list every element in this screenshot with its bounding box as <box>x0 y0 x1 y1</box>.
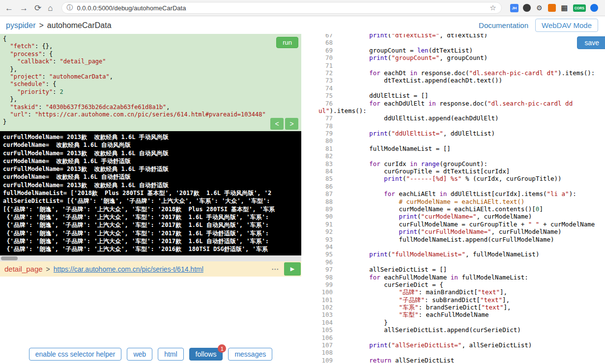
code-line[interactable]: 105 allSerieDictList.append(curSerieDict… <box>301 326 605 334</box>
code-text[interactable]: } <box>340 319 388 326</box>
code-text[interactable]: print("groupCount=", groupCount) <box>340 54 488 61</box>
code-line[interactable]: 82 <box>301 152 605 160</box>
code-line[interactable]: 81 fullModelNameList = [] <box>301 145 605 152</box>
url-text[interactable]: 0.0.0.0:5000/debug/autohomeCarData <box>77 4 486 12</box>
code-line[interactable]: 101 "子品牌": subBrandDict["text"], <box>301 296 605 304</box>
code-line[interactable]: 87 for eachLiAElt in ddUlEltList[curIdx]… <box>301 190 605 197</box>
code-line[interactable]: 75 ddUlEltList = [] <box>301 92 605 99</box>
task-json-line[interactable]: }, <box>3 66 298 73</box>
extension-jh-icon[interactable]: JH <box>510 4 519 12</box>
code-line[interactable]: 67 print("dtTextList=", dtTextList) <box>301 34 605 39</box>
code-text[interactable]: for eachLiAElt in ddUlEltList[curIdx].it… <box>340 190 576 197</box>
code-line[interactable]: 79 print("ddUlEltList=", ddUlEltList) <box>301 130 605 137</box>
code-line[interactable]: 69 groupCount = len(dtTextList) <box>301 47 605 54</box>
code-line[interactable]: 96 <box>301 258 605 266</box>
code-line[interactable]: 68 <box>301 39 605 46</box>
task-editor[interactable]: { "fetch": {}, "process": { "callback": … <box>0 34 301 131</box>
console-horizontal-scrollbar[interactable] <box>0 255 301 261</box>
code-line[interactable]: 88 # curModelName = eachLiAElt.text() <box>301 198 605 205</box>
code-text[interactable]: curFullModelName = curGroupTitle + " " +… <box>340 221 595 228</box>
code-line[interactable]: 108 <box>301 349 605 356</box>
css-selector-helper-button[interactable]: enable css selector helper <box>29 348 122 361</box>
code-text[interactable]: print("dtTextList=", dtTextList) <box>340 34 488 39</box>
code-text[interactable]: dtTextList.append(eachDt.text()) <box>340 77 502 84</box>
documentation-link[interactable]: Documentation <box>479 21 528 29</box>
home-icon[interactable]: ⌂ <box>48 4 53 12</box>
code-line[interactable]: 99 curSerieDict = { <box>301 281 605 288</box>
code-line[interactable]: 109 return allSerieDictList <box>301 357 605 364</box>
code-text[interactable]: print("curFullModelName=", curFullModelN… <box>340 228 562 235</box>
webdav-mode-button[interactable]: WebDAV Mode <box>535 19 598 32</box>
scrollbar-thumb[interactable] <box>1 256 18 260</box>
follows-tab-button[interactable]: follows 1 <box>189 348 223 361</box>
code-text[interactable]: curSerieDict = { <box>340 281 443 288</box>
code-line[interactable]: 73 dtTextList.append(eachDt.text()) <box>301 77 605 84</box>
task-json-line[interactable]: "taskid": "4030b637f363b26dca2ab63fe61d8… <box>3 104 298 111</box>
code-line[interactable]: 102 "车系": brandSerieDict["text"], <box>301 304 605 311</box>
code-text[interactable]: "车系": brandSerieDict["text"], <box>340 304 511 311</box>
code-line[interactable]: 100 "品牌": mainBrandDict["text"], <box>301 288 605 296</box>
back-icon[interactable]: ← <box>5 4 13 12</box>
code-text[interactable]: # curModelName = eachLiAElt.text() <box>340 198 524 205</box>
forward-icon[interactable]: → <box>20 4 28 12</box>
address-bar[interactable]: ⓘ 0.0.0.0:5000/debug/autohomeCarData ☆ <box>61 2 502 14</box>
code-line[interactable]: 77 ddUlEltList.append(eachDdUlElt) <box>301 114 605 122</box>
follow-more-icon[interactable]: ⋯ <box>267 265 284 274</box>
messages-tab-button[interactable]: messages <box>228 348 272 361</box>
web-tab-button[interactable]: web <box>127 348 152 361</box>
code-line[interactable]: 97 allSerieDictList = [] <box>301 266 605 273</box>
code-text[interactable]: ddUlEltList = [] <box>340 92 429 99</box>
code-text[interactable]: "车型": eachFullModelName <box>340 311 489 318</box>
code-text[interactable]: curGroupTitle = dtTextList[curIdx] <box>340 168 510 175</box>
next-task-button[interactable]: > <box>285 118 298 130</box>
code-line[interactable]: ul").items(): <box>301 107 605 114</box>
code-text[interactable]: print("curModelName=", curModelName) <box>340 213 532 220</box>
code-line[interactable]: 80 <box>301 137 605 144</box>
code-line[interactable]: 74 <box>301 84 605 92</box>
task-json-line[interactable]: "project": "autohomeCarData", <box>3 73 298 81</box>
task-json-line[interactable]: } <box>3 118 298 126</box>
pyspider-home-link[interactable]: pyspider <box>6 21 35 30</box>
extension-dark-circle-icon[interactable] <box>523 4 531 12</box>
task-json-line[interactable]: "schedule": { <box>3 81 298 88</box>
code-line[interactable]: 93 fullModelNameList.append(curFullModel… <box>301 236 605 243</box>
code-text[interactable]: curModelName = eachLiAElt.contents()[0] <box>340 205 543 213</box>
bookmark-star-icon[interactable]: ☆ <box>490 3 496 12</box>
code-line[interactable]: 86 <box>301 183 605 190</box>
code-text[interactable]: "子品牌": subBrandDict["text"], <box>340 296 510 304</box>
code-line[interactable]: 90 print("curModelName=", curModelName) <box>301 213 605 220</box>
save-button[interactable]: save <box>577 36 605 49</box>
code-text[interactable]: print("------[%d] %s" % (curIdx, curGrou… <box>340 175 562 182</box>
code-text[interactable]: fullModelNameList.append(curFullModelNam… <box>340 236 554 243</box>
run-button[interactable]: run <box>276 37 298 48</box>
code-text[interactable]: return allSerieDictList <box>340 357 454 364</box>
code-text[interactable]: "品牌": mainBrandDict["text"], <box>340 288 507 296</box>
code-line[interactable]: 98 for eachFullModelName in fullModelNam… <box>301 274 605 281</box>
code-line[interactable]: 104 } <box>301 319 605 326</box>
code-line[interactable]: 92 print("curFullModelName=", curFullMod… <box>301 228 605 235</box>
code-text[interactable]: groupCount = len(dtTextList) <box>340 47 473 54</box>
script-code[interactable]: 67 print("dtTextList=", dtTextList)6869 … <box>301 34 605 364</box>
code-line[interactable]: 94 <box>301 243 605 251</box>
code-line[interactable]: 70 print("groupCount=", groupCount) <box>301 54 605 61</box>
code-line[interactable]: 95 print("fullModelNameList=", fullModel… <box>301 251 605 258</box>
code-line[interactable]: 72 for eachDt in response.doc("dl.search… <box>301 69 605 77</box>
task-json-line[interactable]: }, <box>3 96 298 103</box>
follow-url-link[interactable]: https://car.autohome.com.cn/pic/series-t… <box>54 265 203 273</box>
task-json-line[interactable]: "callback": "detail_page" <box>3 58 298 65</box>
code-text[interactable]: allSerieDictList.append(curSerieDict) <box>340 326 521 334</box>
code-text[interactable]: print("allSerieDictList=", allSerieDictL… <box>340 341 532 349</box>
code-text[interactable]: for eachDdUlElt in response.doc("dl.sear… <box>340 100 573 107</box>
reload-icon[interactable]: ⟳ <box>34 4 41 12</box>
code-text[interactable]: for eachFullModelName in fullModelNameLi… <box>340 274 528 281</box>
follow-run-play-button[interactable]: ▶ <box>284 262 301 276</box>
task-json[interactable]: { "fetch": {}, "process": { "callback": … <box>3 35 298 126</box>
extension-blue-circle-icon[interactable] <box>590 4 598 12</box>
code-line[interactable]: 91 curFullModelName = curGroupTitle + " … <box>301 221 605 228</box>
code-line[interactable]: 71 <box>301 62 605 69</box>
code-line[interactable]: 107 print("allSerieDictList=", allSerieD… <box>301 341 605 349</box>
extension-qr-icon[interactable]: ▦ <box>560 4 569 12</box>
code-line[interactable]: 85 print("------[%d] %s" % (curIdx, curG… <box>301 175 605 182</box>
code-line[interactable]: 106 <box>301 334 605 341</box>
code-line[interactable]: 84 curGroupTitle = dtTextList[curIdx] <box>301 168 605 175</box>
